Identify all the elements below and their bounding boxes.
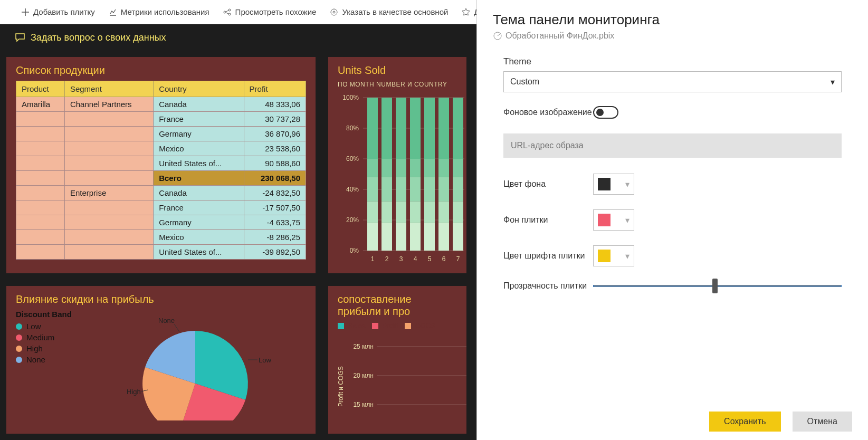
tile-profit-compare[interactable]: сопоставление прибыли и про SalesProfitC…: [328, 286, 466, 434]
svg-rect-24: [381, 177, 392, 202]
table-row[interactable]: AmarillaChannel PartnersCanada48 333,06: [16, 97, 306, 112]
tile1-title: Список продукции: [16, 64, 306, 76]
legend-item[interactable]: None: [16, 355, 95, 364]
svg-rect-51: [453, 223, 463, 251]
view-related-button[interactable]: Просмотреть похожие: [223, 7, 317, 16]
table-cell: France: [154, 112, 244, 127]
legend-item[interactable]: Medium: [16, 333, 95, 342]
svg-rect-26: [381, 223, 392, 251]
table-row[interactable]: Germany36 870,96: [16, 127, 306, 141]
svg-rect-43: [438, 159, 449, 177]
svg-rect-27: [396, 98, 406, 159]
table-row[interactable]: France-17 507,50: [16, 200, 306, 215]
svg-text:100%: 100%: [342, 94, 359, 101]
chevron-down-icon: ▾: [831, 77, 835, 87]
chat-icon: [15, 32, 25, 43]
svg-rect-18: [367, 159, 378, 177]
table-cell: Всего: [154, 171, 244, 186]
table-cell: [16, 112, 65, 127]
cancel-button[interactable]: Отмена: [793, 412, 852, 432]
pie-chart: Low High None: [95, 310, 295, 420]
table-cell: 90 588,60: [244, 156, 306, 171]
table-header: Country: [154, 81, 244, 97]
table-row[interactable]: Всего230 068,50: [16, 171, 306, 186]
table-cell: 23 538,60: [244, 141, 306, 156]
product-table: ProductSegmentCountryProfit AmarillaChan…: [16, 81, 306, 260]
svg-rect-50: [453, 202, 463, 223]
pie-label-low: Low: [259, 356, 271, 364]
tile-product-list[interactable]: Список продукции ProductSegmentCountryPr…: [6, 57, 316, 273]
table-row[interactable]: France30 737,28: [16, 112, 306, 127]
table-cell: [64, 215, 153, 230]
svg-rect-46: [438, 223, 449, 251]
svg-rect-21: [367, 223, 378, 251]
svg-rect-48: [453, 159, 463, 177]
svg-rect-37: [424, 98, 435, 159]
theme-label: Theme: [503, 56, 842, 67]
table-cell: 36 870,96: [244, 127, 306, 141]
related-icon: [223, 8, 232, 16]
svg-rect-28: [396, 159, 406, 177]
svg-line-61: [174, 324, 179, 332]
svg-rect-19: [367, 177, 378, 202]
svg-point-4: [333, 11, 335, 13]
legend-item[interactable]: Low: [16, 322, 95, 331]
tile3-title: Влияние скидки на прибыль: [16, 293, 306, 305]
tile-opacity-label: Прозрачность плитки: [503, 281, 593, 291]
tile-units-sold[interactable]: Units Sold ПО MONTH NUMBER И COUNTRY 100…: [328, 57, 466, 273]
table-cell: -8 286,25: [244, 230, 306, 245]
image-url-input[interactable]: [503, 133, 842, 158]
bg-color-picker[interactable]: ▾: [593, 174, 634, 195]
legend-label: Profit: [383, 322, 398, 330]
qa-prompt-text: Задать вопрос о своих данных: [31, 32, 166, 43]
view-related-label: Просмотреть похожие: [235, 7, 317, 16]
table-cell: United States of...: [154, 245, 244, 260]
table-row[interactable]: United States of...90 588,60: [16, 156, 306, 171]
profit-legend: SalesProfitCOGS: [338, 322, 457, 330]
bg-image-toggle[interactable]: [593, 106, 618, 119]
tile-font-picker[interactable]: ▾: [593, 245, 634, 266]
usage-metrics-button[interactable]: Метрики использования: [109, 7, 209, 16]
legend-item[interactable]: High: [16, 344, 95, 353]
svg-rect-45: [438, 202, 449, 223]
svg-rect-40: [424, 202, 435, 223]
table-cell: Enterprise: [64, 186, 153, 200]
table-row[interactable]: Mexico23 538,60: [16, 141, 306, 156]
table-cell: 48 333,06: [244, 97, 306, 112]
table-cell: -4 633,75: [244, 215, 306, 230]
tile2-title: Units Sold: [338, 64, 457, 76]
table-cell: [64, 230, 153, 245]
legend-swatch: [338, 323, 344, 329]
svg-text:3: 3: [399, 255, 403, 263]
table-cell: [64, 171, 153, 186]
panel-footer: Сохранить Отмена: [477, 403, 868, 440]
svg-rect-33: [410, 159, 421, 177]
table-row[interactable]: United States of...-39 892,50: [16, 245, 306, 260]
svg-rect-17: [367, 98, 378, 159]
table-header: Segment: [64, 81, 153, 97]
discount-legend-title: Discount Band: [16, 310, 95, 319]
set-featured-button[interactable]: Указать в качестве основной: [330, 7, 448, 16]
tile-discount-impact[interactable]: Влияние скидки на прибыль Discount Band …: [6, 286, 316, 434]
add-tile-button[interactable]: Добавить плитку: [21, 7, 95, 16]
plus-icon: [21, 8, 30, 16]
svg-rect-39: [424, 177, 435, 202]
table-cell: Mexico: [154, 230, 244, 245]
tile-opacity-slider[interactable]: [593, 285, 842, 287]
table-cell: Germany: [154, 127, 244, 141]
table-cell: Mexico: [154, 141, 244, 156]
table-row[interactable]: EnterpriseCanada-24 832,50: [16, 186, 306, 200]
table-row[interactable]: Mexico-8 286,25: [16, 230, 306, 245]
table-row[interactable]: Germany-4 633,75: [16, 215, 306, 230]
save-button[interactable]: Сохранить: [709, 412, 781, 432]
table-cell: United States of...: [154, 156, 244, 171]
theme-panel: Тема панели мониторинга Обработанный Фин…: [476, 0, 868, 440]
legend-swatch: [16, 346, 22, 352]
table-cell: [16, 186, 65, 200]
tile-bg-picker[interactable]: ▾: [593, 209, 634, 231]
table-cell: [16, 200, 65, 215]
svg-rect-38: [424, 159, 435, 177]
theme-dropdown[interactable]: Custom ▾: [503, 71, 842, 92]
svg-rect-34: [410, 177, 421, 202]
bg-image-label: Фоновое изображение: [503, 108, 593, 117]
